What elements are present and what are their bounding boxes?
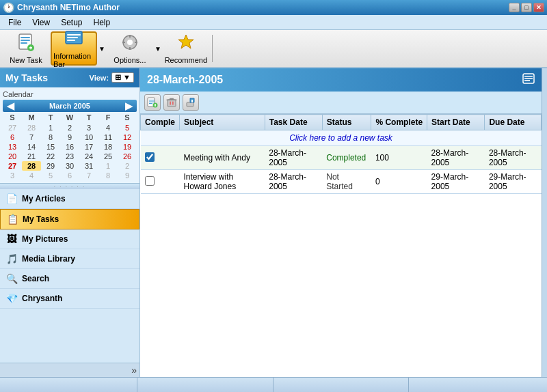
options-icon (120, 33, 139, 55)
recommend-button[interactable]: Recommend (163, 31, 209, 66)
table-row[interactable]: Meeting with Andy 28-March-2005 Complete… (141, 146, 542, 170)
calendar-day[interactable]: 2 (118, 161, 137, 171)
toolbar-dropdown-arrow[interactable]: ▼ (98, 45, 105, 53)
right-panel-title: 28-March-2005 (147, 74, 223, 86)
sidebar-title: My Tasks (5, 72, 48, 83)
sidebar-resize-handle[interactable]: · · · · · · (0, 184, 139, 189)
prev-month-button[interactable]: ◀ (5, 101, 16, 111)
calendar-day[interactable]: 21 (22, 152, 41, 161)
calendar-day[interactable]: 13 (3, 142, 22, 152)
calendar-day[interactable]: 17 (79, 142, 98, 152)
calendar-day[interactable]: 12 (118, 132, 137, 142)
calendar-day[interactable]: 1 (41, 123, 60, 132)
calendar-day[interactable]: 10 (79, 132, 98, 142)
close-button[interactable]: ✕ (533, 3, 544, 12)
media-library-label: Media Library (22, 254, 75, 264)
table-row[interactable]: Interview with Howard Jones 28-March-200… (141, 170, 542, 194)
calendar-day[interactable]: 5 (41, 171, 60, 180)
my-articles-label: My Articles (22, 194, 66, 204)
information-bar-button[interactable]: Information Bar (51, 31, 97, 66)
next-month-button[interactable]: ▶ (124, 101, 134, 111)
task-toolbar (140, 92, 542, 114)
calendar-day[interactable]: 4 (22, 171, 41, 180)
task-checkbox-cell[interactable] (141, 146, 180, 170)
right-scrollbar[interactable] (542, 68, 547, 377)
sidebar-item-my-tasks[interactable]: 📋 My Tasks (0, 209, 139, 229)
calendar-day[interactable]: 24 (79, 152, 98, 161)
task-checkbox-cell[interactable] (141, 170, 180, 194)
calendar-day[interactable]: 22 (41, 152, 60, 161)
sidebar-item-my-articles[interactable]: 📄 My Articles (0, 189, 139, 209)
sidebar: My Tasks View: ⊞ ▼ Calendar ◀ March 2005… (0, 68, 140, 377)
calendar-day[interactable]: 31 (79, 161, 98, 171)
calendar-day[interactable]: 9 (118, 171, 137, 180)
add-task-label[interactable]: Click here to add a new task (141, 130, 542, 146)
sidebar-item-search[interactable]: 🔍 Search (0, 269, 139, 289)
new-task-icon (16, 33, 36, 55)
sidebar-item-media-library[interactable]: 🎵 Media Library (0, 249, 139, 269)
my-articles-icon: 📄 (5, 193, 18, 204)
task-checkbox-1[interactable] (145, 152, 155, 162)
calendar-day[interactable]: 8 (41, 132, 60, 142)
cal-header-sun: S (3, 112, 22, 123)
calendar-day[interactable]: 25 (98, 152, 118, 161)
col-task-date: Task Date (265, 115, 322, 130)
calendar-day[interactable]: 29 (41, 161, 60, 171)
task-table-container[interactable]: Comple Subject Task Date Status % Comple… (140, 114, 542, 377)
minimize-button[interactable]: _ (509, 3, 520, 12)
menu-help[interactable]: Help (88, 16, 116, 29)
recommend-label: Recommend (165, 56, 207, 64)
toolbar: New Task Information Bar ▼ Options... (0, 30, 547, 68)
options-button[interactable]: Options... (107, 31, 153, 66)
calendar-day[interactable]: 6 (3, 132, 22, 142)
menu-setup[interactable]: Setup (55, 16, 88, 29)
calendar-day[interactable]: 19 (118, 142, 137, 152)
calendar-day[interactable]: 28 (22, 123, 41, 132)
calendar-day[interactable]: 1 (98, 161, 118, 171)
calendar-day[interactable]: 27 (3, 161, 22, 171)
chrysanth-label: Chrysanth (22, 294, 62, 303)
calendar-day[interactable]: 7 (22, 132, 41, 142)
calendar-day[interactable]: 6 (60, 171, 79, 180)
calendar-day[interactable]: 20 (3, 152, 22, 161)
col-status: Status (322, 115, 371, 130)
maximize-button[interactable]: □ (521, 3, 532, 12)
calendar-day[interactable]: 2 (60, 123, 79, 132)
menu-file[interactable]: File (3, 16, 27, 29)
calendar-day[interactable]: 5 (118, 123, 137, 132)
calendar-day[interactable]: 26 (118, 152, 137, 161)
sidebar-expand-btn[interactable]: » (131, 365, 137, 376)
calendar-day[interactable]: 9 (60, 132, 79, 142)
app-title: Chrysanth NETimo Author (17, 3, 509, 12)
sidebar-item-my-pictures[interactable]: 🖼 My Pictures (0, 229, 139, 249)
calendar-day[interactable]: 4 (98, 123, 118, 132)
calendar-day[interactable]: 3 (3, 171, 22, 180)
calendar-day[interactable]: 8 (98, 171, 118, 180)
svg-rect-32 (170, 102, 171, 105)
task-delete-button[interactable] (163, 94, 180, 111)
task-checkbox-2[interactable] (145, 176, 155, 186)
calendar-day[interactable]: 27 (3, 123, 22, 132)
sidebar-item-chrysanth[interactable]: 💎 Chrysanth (0, 289, 139, 309)
calendar-day[interactable]: 18 (98, 142, 118, 152)
menu-view[interactable]: View (27, 16, 55, 29)
calendar-day[interactable]: 23 (60, 152, 79, 161)
svg-rect-29 (168, 100, 176, 107)
calendar-day[interactable]: 15 (41, 142, 60, 152)
options-dropdown-arrow[interactable]: ▼ (155, 45, 161, 53)
chrysanth-icon: 💎 (5, 293, 18, 304)
col-complete: Comple (141, 115, 180, 130)
calendar-day[interactable]: 11 (98, 132, 118, 142)
my-pictures-icon: 🖼 (5, 234, 18, 244)
calendar-day[interactable]: 14 (22, 142, 41, 152)
task-new-button[interactable] (144, 94, 161, 111)
calendar-day[interactable]: 7 (79, 171, 98, 180)
add-task-row[interactable]: Click here to add a new task (141, 130, 542, 146)
new-task-button[interactable]: New Task (3, 31, 49, 66)
calendar-day[interactable]: 16 (60, 142, 79, 152)
calendar-day[interactable]: 30 (60, 161, 79, 171)
calendar-day[interactable]: 3 (79, 123, 98, 132)
calendar-day[interactable]: 28 (22, 161, 41, 171)
view-selector[interactable]: ⊞ ▼ (111, 72, 134, 83)
task-edit-button[interactable] (183, 94, 199, 111)
